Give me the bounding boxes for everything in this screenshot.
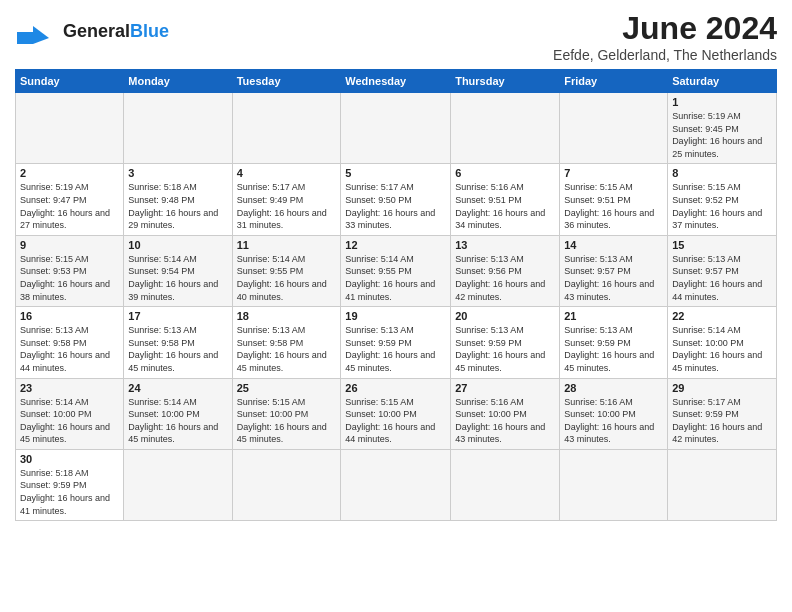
day-number: 21 xyxy=(564,310,663,322)
calendar-cell: 16Sunrise: 5:13 AM Sunset: 9:58 PM Dayli… xyxy=(16,307,124,378)
calendar-cell: 10Sunrise: 5:14 AM Sunset: 9:54 PM Dayli… xyxy=(124,235,232,306)
day-number: 26 xyxy=(345,382,446,394)
day-info: Sunrise: 5:15 AM Sunset: 9:53 PM Dayligh… xyxy=(20,253,119,303)
logo: GeneralBlue xyxy=(15,10,169,54)
calendar-cell xyxy=(668,449,777,520)
day-info: Sunrise: 5:13 AM Sunset: 9:58 PM Dayligh… xyxy=(20,324,119,374)
day-info: Sunrise: 5:13 AM Sunset: 9:59 PM Dayligh… xyxy=(345,324,446,374)
day-info: Sunrise: 5:13 AM Sunset: 9:57 PM Dayligh… xyxy=(564,253,663,303)
day-info: Sunrise: 5:15 AM Sunset: 10:00 PM Daylig… xyxy=(237,396,337,446)
day-number: 3 xyxy=(128,167,227,179)
day-number: 5 xyxy=(345,167,446,179)
calendar-week-5: 23Sunrise: 5:14 AM Sunset: 10:00 PM Dayl… xyxy=(16,378,777,449)
calendar-cell: 4Sunrise: 5:17 AM Sunset: 9:49 PM Daylig… xyxy=(232,164,341,235)
day-number: 6 xyxy=(455,167,555,179)
day-info: Sunrise: 5:14 AM Sunset: 9:55 PM Dayligh… xyxy=(237,253,337,303)
day-number: 18 xyxy=(237,310,337,322)
calendar-cell xyxy=(451,93,560,164)
day-number: 1 xyxy=(672,96,772,108)
day-number: 12 xyxy=(345,239,446,251)
calendar-cell: 25Sunrise: 5:15 AM Sunset: 10:00 PM Dayl… xyxy=(232,378,341,449)
day-info: Sunrise: 5:14 AM Sunset: 9:55 PM Dayligh… xyxy=(345,253,446,303)
day-info: Sunrise: 5:17 AM Sunset: 9:49 PM Dayligh… xyxy=(237,181,337,231)
day-number: 14 xyxy=(564,239,663,251)
day-info: Sunrise: 5:14 AM Sunset: 9:54 PM Dayligh… xyxy=(128,253,227,303)
day-info: Sunrise: 5:13 AM Sunset: 9:58 PM Dayligh… xyxy=(237,324,337,374)
calendar-cell: 18Sunrise: 5:13 AM Sunset: 9:58 PM Dayli… xyxy=(232,307,341,378)
calendar-cell: 11Sunrise: 5:14 AM Sunset: 9:55 PM Dayli… xyxy=(232,235,341,306)
day-info: Sunrise: 5:14 AM Sunset: 10:00 PM Daylig… xyxy=(20,396,119,446)
day-number: 25 xyxy=(237,382,337,394)
day-info: Sunrise: 5:13 AM Sunset: 9:56 PM Dayligh… xyxy=(455,253,555,303)
calendar-cell xyxy=(16,93,124,164)
calendar-cell: 12Sunrise: 5:14 AM Sunset: 9:55 PM Dayli… xyxy=(341,235,451,306)
calendar-body: 1Sunrise: 5:19 AM Sunset: 9:45 PM Daylig… xyxy=(16,93,777,521)
day-number: 8 xyxy=(672,167,772,179)
calendar-cell: 8Sunrise: 5:15 AM Sunset: 9:52 PM Daylig… xyxy=(668,164,777,235)
day-number: 28 xyxy=(564,382,663,394)
calendar-cell: 3Sunrise: 5:18 AM Sunset: 9:48 PM Daylig… xyxy=(124,164,232,235)
calendar-cell: 22Sunrise: 5:14 AM Sunset: 10:00 PM Dayl… xyxy=(668,307,777,378)
day-info: Sunrise: 5:16 AM Sunset: 10:00 PM Daylig… xyxy=(564,396,663,446)
header-tuesday: Tuesday xyxy=(232,70,341,93)
calendar-cell xyxy=(560,93,668,164)
day-info: Sunrise: 5:15 AM Sunset: 9:52 PM Dayligh… xyxy=(672,181,772,231)
calendar-cell: 30Sunrise: 5:18 AM Sunset: 9:59 PM Dayli… xyxy=(16,449,124,520)
day-number: 16 xyxy=(20,310,119,322)
calendar-week-2: 2Sunrise: 5:19 AM Sunset: 9:47 PM Daylig… xyxy=(16,164,777,235)
day-info: Sunrise: 5:13 AM Sunset: 9:59 PM Dayligh… xyxy=(455,324,555,374)
calendar-cell: 20Sunrise: 5:13 AM Sunset: 9:59 PM Dayli… xyxy=(451,307,560,378)
calendar-cell xyxy=(451,449,560,520)
calendar-cell: 13Sunrise: 5:13 AM Sunset: 9:56 PM Dayli… xyxy=(451,235,560,306)
header-wednesday: Wednesday xyxy=(341,70,451,93)
day-info: Sunrise: 5:19 AM Sunset: 9:47 PM Dayligh… xyxy=(20,181,119,231)
header-row: Sunday Monday Tuesday Wednesday Thursday… xyxy=(16,70,777,93)
calendar-cell xyxy=(124,93,232,164)
header-monday: Monday xyxy=(124,70,232,93)
day-number: 4 xyxy=(237,167,337,179)
day-number: 24 xyxy=(128,382,227,394)
calendar-cell: 15Sunrise: 5:13 AM Sunset: 9:57 PM Dayli… xyxy=(668,235,777,306)
day-info: Sunrise: 5:13 AM Sunset: 9:58 PM Dayligh… xyxy=(128,324,227,374)
day-info: Sunrise: 5:17 AM Sunset: 9:59 PM Dayligh… xyxy=(672,396,772,446)
page-header: GeneralBlue June 2024 Eefde, Gelderland,… xyxy=(15,10,777,63)
calendar-header: Sunday Monday Tuesday Wednesday Thursday… xyxy=(16,70,777,93)
day-number: 22 xyxy=(672,310,772,322)
calendar-cell xyxy=(124,449,232,520)
calendar-week-3: 9Sunrise: 5:15 AM Sunset: 9:53 PM Daylig… xyxy=(16,235,777,306)
day-number: 7 xyxy=(564,167,663,179)
calendar-cell: 2Sunrise: 5:19 AM Sunset: 9:47 PM Daylig… xyxy=(16,164,124,235)
calendar-cell xyxy=(341,93,451,164)
day-number: 19 xyxy=(345,310,446,322)
day-info: Sunrise: 5:15 AM Sunset: 9:51 PM Dayligh… xyxy=(564,181,663,231)
calendar-cell: 26Sunrise: 5:15 AM Sunset: 10:00 PM Dayl… xyxy=(341,378,451,449)
day-number: 10 xyxy=(128,239,227,251)
calendar-week-4: 16Sunrise: 5:13 AM Sunset: 9:58 PM Dayli… xyxy=(16,307,777,378)
calendar-cell: 28Sunrise: 5:16 AM Sunset: 10:00 PM Dayl… xyxy=(560,378,668,449)
day-info: Sunrise: 5:15 AM Sunset: 10:00 PM Daylig… xyxy=(345,396,446,446)
calendar-cell: 17Sunrise: 5:13 AM Sunset: 9:58 PM Dayli… xyxy=(124,307,232,378)
calendar-cell: 29Sunrise: 5:17 AM Sunset: 9:59 PM Dayli… xyxy=(668,378,777,449)
calendar-cell: 27Sunrise: 5:16 AM Sunset: 10:00 PM Dayl… xyxy=(451,378,560,449)
page-subtitle: Eefde, Gelderland, The Netherlands xyxy=(553,47,777,63)
calendar-cell xyxy=(341,449,451,520)
calendar-cell: 9Sunrise: 5:15 AM Sunset: 9:53 PM Daylig… xyxy=(16,235,124,306)
day-info: Sunrise: 5:16 AM Sunset: 10:00 PM Daylig… xyxy=(455,396,555,446)
day-number: 17 xyxy=(128,310,227,322)
day-number: 2 xyxy=(20,167,119,179)
calendar-cell: 14Sunrise: 5:13 AM Sunset: 9:57 PM Dayli… xyxy=(560,235,668,306)
logo-text: GeneralBlue xyxy=(63,22,169,42)
svg-marker-1 xyxy=(33,26,49,44)
header-friday: Friday xyxy=(560,70,668,93)
day-number: 27 xyxy=(455,382,555,394)
day-number: 23 xyxy=(20,382,119,394)
calendar-cell: 7Sunrise: 5:15 AM Sunset: 9:51 PM Daylig… xyxy=(560,164,668,235)
header-thursday: Thursday xyxy=(451,70,560,93)
day-info: Sunrise: 5:16 AM Sunset: 9:51 PM Dayligh… xyxy=(455,181,555,231)
svg-rect-0 xyxy=(17,32,33,44)
title-area: June 2024 Eefde, Gelderland, The Netherl… xyxy=(553,10,777,63)
day-number: 20 xyxy=(455,310,555,322)
day-info: Sunrise: 5:18 AM Sunset: 9:48 PM Dayligh… xyxy=(128,181,227,231)
calendar-table: Sunday Monday Tuesday Wednesday Thursday… xyxy=(15,69,777,521)
header-saturday: Saturday xyxy=(668,70,777,93)
